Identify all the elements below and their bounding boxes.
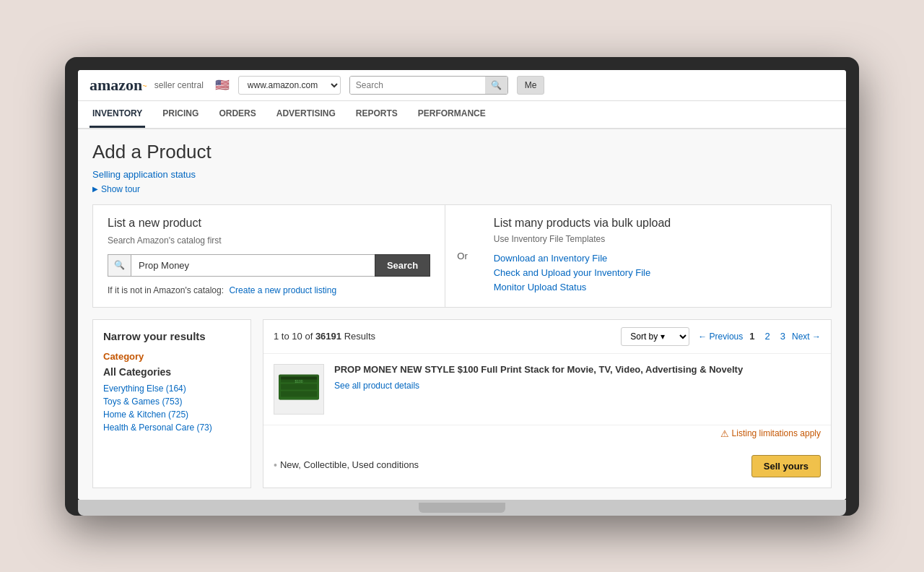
product-search-input[interactable]	[131, 254, 375, 277]
pagination: ← Previous 1 2 3 Next →	[698, 329, 821, 343]
warning-icon: ⚠	[720, 428, 729, 439]
svg-rect-5	[279, 380, 319, 400]
prev-page-button[interactable]: ← Previous	[698, 332, 743, 342]
bulk-link-check[interactable]: Check and Upload your Inventory File	[494, 267, 816, 278]
page-2-button[interactable]: 2	[762, 329, 774, 343]
me-button[interactable]: Me	[517, 76, 545, 95]
amazon-logo: amazon ~	[90, 76, 147, 95]
category-health-personal-care[interactable]: Health & Personal Care (73)	[103, 422, 240, 433]
nav-item-reports[interactable]: REPORTS	[353, 101, 401, 128]
all-categories: All Categories	[103, 366, 240, 378]
laptop-base	[78, 500, 846, 516]
page-title: Add a Product	[92, 141, 832, 163]
page-1-button[interactable]: 1	[746, 329, 758, 343]
category-everything-else[interactable]: Everything Else (164)	[103, 384, 240, 394]
list-new-col: List a new product Search Amazon's catal…	[93, 205, 445, 307]
flag-icon: 🇺🇸	[215, 78, 230, 92]
product-search-button[interactable]: Search	[375, 254, 430, 277]
product2-conditions: • New, Collectible, Used conditions	[274, 455, 741, 475]
list-new-title: List a new product	[108, 217, 430, 230]
main-content: Add a Product Selling application status…	[78, 129, 846, 500]
header-search-input[interactable]	[350, 77, 485, 94]
category-home-kitchen[interactable]: Home & Kitchen (725)	[103, 410, 240, 420]
domain-select[interactable]: www.amazon.com www.amazon.co.uk www.amaz…	[238, 76, 341, 95]
product-info-1: PROP MONEY NEW STYLE $100 Full Print Sta…	[334, 364, 821, 391]
results-main: 1 to 10 of 36191 Results Sort by ▾ Pr	[263, 319, 832, 488]
nav-bar: INVENTORY PRICING ORDERS ADVERTISING REP…	[78, 101, 846, 129]
page-3-button[interactable]: 3	[777, 329, 789, 343]
next-page-button[interactable]: Next →	[792, 332, 821, 342]
product-search-row: 🔍 Search	[108, 254, 430, 277]
seller-central-label: seller central	[154, 80, 204, 90]
laptop-notch	[419, 503, 505, 513]
see-details-link-1[interactable]: See all product details	[334, 381, 419, 391]
list-product-section: List a new product Search Amazon's catal…	[92, 204, 832, 308]
results-count: 1 to 10 of 36191 Results	[274, 331, 375, 342]
listing-limitations: ⚠ Listing limitations apply	[263, 425, 831, 445]
narrow-sidebar: Narrow your results Category All Categor…	[92, 319, 251, 488]
sort-select[interactable]: Sort by ▾ Price Relevance	[621, 327, 689, 346]
header-search-button[interactable]: 🔍	[485, 77, 507, 94]
not-in-catalog-text: If it is not in Amazon's catalog: Create…	[108, 285, 430, 295]
narrow-title: Narrow your results	[103, 330, 240, 342]
product-item-2: • New, Collectible, Used conditions Sell…	[263, 445, 831, 488]
nav-item-inventory[interactable]: INVENTORY	[90, 101, 145, 128]
results-header: 1 to 10 of 36191 Results Sort by ▾ Pr	[263, 320, 831, 354]
conditions-text: • New, Collectible, Used conditions	[274, 459, 741, 471]
sell-yours-area: Sell yours	[751, 455, 821, 477]
product-image-1: $100	[274, 364, 324, 415]
product-item-1: $100 PROP MONEY NEW STYLE $100 Full Prin…	[263, 354, 831, 425]
sort-pagination: Sort by ▾ Price Relevance ← Previous 1 2…	[621, 327, 821, 346]
results-section: Narrow your results Category All Categor…	[92, 319, 832, 488]
header-search-bar: 🔍	[349, 76, 508, 95]
nav-item-orders[interactable]: ORDERS	[216, 101, 258, 128]
product-thumbnail-svg: $100	[277, 369, 321, 409]
bulk-link-monitor[interactable]: Monitor Upload Status	[494, 282, 816, 292]
nav-item-pricing[interactable]: PRICING	[160, 101, 201, 128]
bulk-upload-col: List many products via bulk upload Use I…	[479, 205, 831, 307]
show-tour-arrow: ▶	[92, 185, 98, 193]
search-magnifier-icon: 🔍	[108, 254, 131, 277]
list-new-subtitle: Search Amazon's catalog first	[108, 235, 430, 246]
smile-icon: ~	[142, 82, 147, 90]
nav-item-performance[interactable]: PERFORMANCE	[415, 101, 489, 128]
or-divider: Or	[445, 205, 479, 307]
bulk-link-download[interactable]: Download an Inventory File	[494, 253, 816, 264]
show-tour-label: Show tour	[101, 184, 140, 194]
bulk-title: List many products via bulk upload	[494, 217, 816, 230]
bulk-subtitle: Use Inventory File Templates	[494, 234, 816, 244]
show-tour-toggle[interactable]: ▶ Show tour	[92, 184, 832, 194]
nav-item-advertising[interactable]: ADVERTISING	[274, 101, 339, 128]
screen: amazon ~ seller central 🇺🇸 www.amazon.co…	[78, 70, 846, 500]
bulk-links: Download an Inventory File Check and Upl…	[494, 253, 816, 292]
logo-area: amazon ~ seller central	[90, 76, 204, 95]
category-label: Category	[103, 351, 240, 362]
laptop-frame: amazon ~ seller central 🇺🇸 www.amazon.co…	[65, 57, 859, 516]
logo-text: amazon	[90, 76, 142, 95]
sell-yours-button[interactable]: Sell yours	[751, 455, 821, 477]
header: amazon ~ seller central 🇺🇸 www.amazon.co…	[78, 70, 846, 101]
selling-status-link[interactable]: Selling application status	[92, 169, 196, 180]
product-title-1: PROP MONEY NEW STYLE $100 Full Print Sta…	[334, 364, 821, 375]
create-listing-link[interactable]: Create a new product listing	[229, 285, 336, 295]
category-toys-games[interactable]: Toys & Games (753)	[103, 396, 240, 407]
